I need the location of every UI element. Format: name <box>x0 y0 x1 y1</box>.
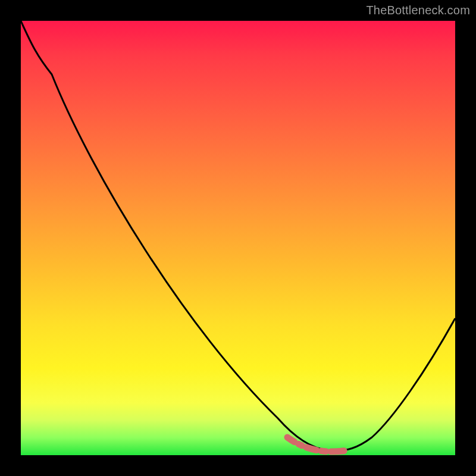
curve-overlay <box>21 21 455 455</box>
optimal-band-marker <box>287 437 366 452</box>
bottleneck-curve <box>21 21 455 450</box>
attribution-label: TheBottleneck.com <box>366 4 470 17</box>
gradient-plot-area <box>21 21 455 455</box>
chart-stage: TheBottleneck.com <box>0 0 476 476</box>
